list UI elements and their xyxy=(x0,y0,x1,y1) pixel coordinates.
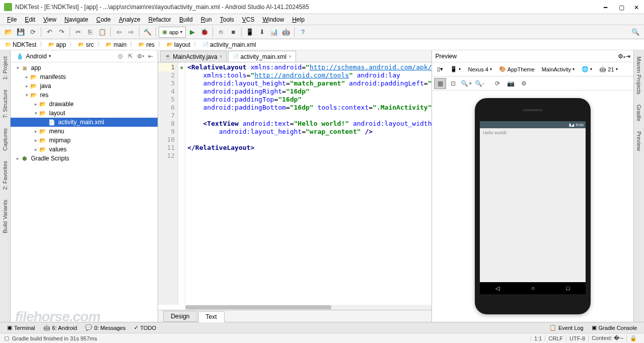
make-icon[interactable]: 🔨 xyxy=(142,27,153,38)
zoom-out-icon[interactable]: 🔍- xyxy=(473,78,485,89)
design-tab[interactable]: Design xyxy=(163,311,197,322)
project-view-selector[interactable]: 💧Android▾ xyxy=(13,51,54,61)
menu-help[interactable]: Help xyxy=(288,15,309,24)
editor-tab-mainactivity-java[interactable]: ☕MainActivity.java× xyxy=(160,51,227,62)
attach-icon[interactable]: ⎋ xyxy=(216,27,227,38)
sdk-icon[interactable]: ⬇ xyxy=(256,27,267,38)
menu-view[interactable]: View xyxy=(39,15,60,24)
menu-analyze[interactable]: Analyze xyxy=(115,15,145,24)
locale-icon[interactable]: 🌐▾ xyxy=(579,64,595,74)
tree-menu[interactable]: ▸📂menu xyxy=(11,127,158,136)
menu-code[interactable]: Code xyxy=(92,15,115,24)
crumb-0[interactable]: 📁NDKTest xyxy=(3,41,38,48)
tree-values[interactable]: ▸📂values xyxy=(11,145,158,154)
forward-icon[interactable]: ⇨ xyxy=(125,27,136,38)
line-separator[interactable]: CRLF xyxy=(545,335,566,341)
device-selector[interactable]: ▯▾ xyxy=(434,64,446,74)
tree-java[interactable]: ▸📂java xyxy=(11,81,158,91)
back-icon[interactable]: ⇦ xyxy=(113,27,124,38)
cut-icon[interactable]: ✂ xyxy=(73,27,84,38)
gear-icon[interactable]: ⚙▾ xyxy=(135,51,146,61)
zoom-actual-icon[interactable]: ⊡ xyxy=(447,78,459,89)
preview-gear-icon[interactable]: ⚙▾ xyxy=(618,53,625,60)
sidetab-buildvariants[interactable]: Build Variants xyxy=(1,198,9,235)
collapse-all-icon[interactable]: ⇱ xyxy=(125,51,135,61)
terminal-tab[interactable]: ▣Terminal xyxy=(3,324,39,331)
copy-icon[interactable]: ⎘ xyxy=(85,27,96,38)
undo-icon[interactable]: ↶ xyxy=(44,27,55,38)
tree-activity-main-xml[interactable]: 📄activity_main.xml xyxy=(11,118,158,127)
todo-tab[interactable]: ✓TODO xyxy=(130,324,161,331)
theme-selector[interactable]: 🎨AppTheme xyxy=(496,64,538,74)
screenshot-icon[interactable]: 📷 xyxy=(505,78,517,89)
sidetab-structure[interactable]: 7: Structure xyxy=(1,88,9,120)
orientation-icon[interactable]: 📱▾ xyxy=(447,64,464,74)
tree-app[interactable]: ▾▣app xyxy=(11,63,158,72)
sidetab-captures[interactable]: Captures xyxy=(1,126,9,153)
crumb-4[interactable]: 📂res xyxy=(136,41,157,48)
file-encoding[interactable]: UTF-8 xyxy=(566,335,588,341)
close-button[interactable]: ✕ xyxy=(634,4,640,10)
tree-gradle-scripts[interactable]: ▸⬢Gradle Scripts xyxy=(11,154,158,163)
menu-edit[interactable]: Edit xyxy=(21,15,39,24)
tree-manifests[interactable]: ▸📂manifests xyxy=(11,72,158,81)
save-icon[interactable]: 💾 xyxy=(15,27,26,38)
code-view[interactable]: <RelativeLayout xmlns:android="http://sc… xyxy=(185,62,432,305)
menu-file[interactable]: File xyxy=(3,15,21,24)
hide-panel-icon[interactable]: ⇤ xyxy=(146,51,156,61)
close-tab-icon[interactable]: × xyxy=(220,54,223,59)
open-icon[interactable]: 📂 xyxy=(3,27,14,38)
sidetab-mavenprojects[interactable]: Maven Projects xyxy=(635,54,643,97)
device-screen[interactable]: ▮◢5:00 Hello world! ◁ ○ □ xyxy=(480,121,586,294)
activity-selector[interactable]: MainActivity▾ xyxy=(539,65,578,74)
eventlog-tab[interactable]: 📋Event Log xyxy=(545,324,588,331)
editor-horizontal-scrollbar[interactable] xyxy=(185,305,432,310)
sidetab-favorites[interactable]: 2: Favorites xyxy=(1,159,9,192)
context-indicator[interactable]: Context: �─ xyxy=(588,335,626,341)
menu-refactor[interactable]: Refactor xyxy=(145,15,175,24)
caret-position[interactable]: 1:1 xyxy=(531,335,545,341)
android-icon[interactable]: 🤖 xyxy=(280,27,292,38)
menu-tools[interactable]: Tools xyxy=(216,15,238,24)
close-tab-icon[interactable]: × xyxy=(289,54,292,59)
debug-icon[interactable]: 🐞 xyxy=(199,27,210,38)
editor-tab-activity-main-xml[interactable]: 📄activity_main.xml× xyxy=(228,51,296,62)
tree-layout[interactable]: ▾📂layout xyxy=(11,109,158,118)
sync-icon[interactable]: ⟳ xyxy=(27,27,38,38)
tree-mipmap[interactable]: ▸📂mipmap xyxy=(11,136,158,145)
crumb-6[interactable]: 📄activity_main.xml xyxy=(200,41,258,48)
preview-hide-icon[interactable]: ⇥ xyxy=(625,53,630,60)
text-tab[interactable]: Text xyxy=(198,311,225,322)
tree-drawable[interactable]: ▸📂drawable xyxy=(11,100,158,109)
api-selector[interactable]: 🤖21▾ xyxy=(596,64,620,74)
menu-run[interactable]: Run xyxy=(197,15,216,24)
device-name[interactable]: Nexus 4▾ xyxy=(465,65,494,74)
render-icon[interactable]: ▦ xyxy=(434,78,446,89)
menu-vcs[interactable]: VCS xyxy=(238,15,259,24)
stop-icon[interactable]: ■ xyxy=(228,27,239,38)
sidetab-preview[interactable]: Preview xyxy=(635,129,643,153)
sidetab-gradle[interactable]: Gradle xyxy=(635,103,643,123)
tree-res[interactable]: ▾📂res xyxy=(11,91,158,100)
crumb-5[interactable]: 📂layout xyxy=(165,41,192,48)
editor-body[interactable]: 123456789101112 ◉ <RelativeLayout xmlns:… xyxy=(158,62,432,305)
scroll-from-source-icon[interactable]: ⊙ xyxy=(115,51,125,61)
run-icon[interactable]: ▶ xyxy=(187,27,198,38)
redo-icon[interactable]: ↷ xyxy=(56,27,67,38)
avd-icon[interactable]: 📱 xyxy=(244,27,255,38)
project-tree[interactable]: ▾▣app▸📂manifests▸📂java▾📂res▸📂drawable▾📂l… xyxy=(11,62,158,322)
android-tab[interactable]: 🤖6: Android xyxy=(39,324,82,331)
crumb-2[interactable]: 📂src xyxy=(76,41,96,48)
messages-tab[interactable]: 💬0: Messages xyxy=(81,324,129,331)
paste-icon[interactable]: 📋 xyxy=(97,27,108,38)
minimize-button[interactable]: ━ xyxy=(604,4,610,10)
crumb-3[interactable]: 📂main xyxy=(104,41,128,48)
help-icon[interactable]: ? xyxy=(297,27,308,38)
menu-build[interactable]: Build xyxy=(175,15,197,24)
ddms-icon[interactable]: 📊 xyxy=(268,27,279,38)
maximize-button[interactable]: ▢ xyxy=(619,4,625,10)
run-config-selector[interactable]: ▣app▾ xyxy=(159,27,186,38)
search-icon[interactable]: 🔍 xyxy=(630,27,641,38)
lock-icon[interactable]: 🔒 xyxy=(626,335,640,341)
gradleconsole-tab[interactable]: ▣Gradle Console xyxy=(588,324,641,331)
